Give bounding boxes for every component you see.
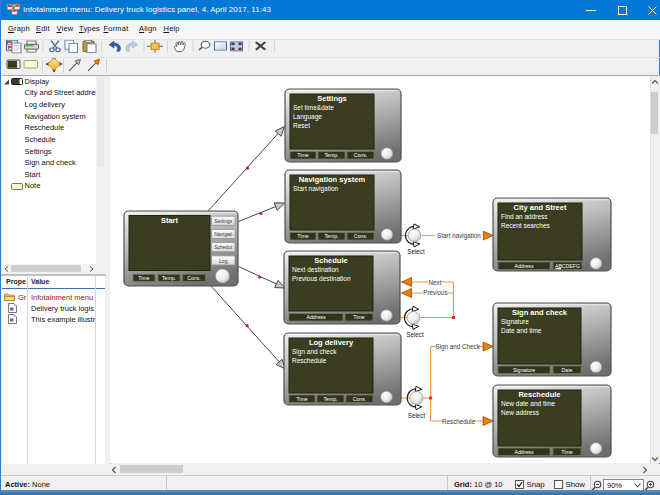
svg-text:Settings: Settings: [317, 94, 347, 103]
svg-text:Cons.: Cons.: [353, 396, 367, 402]
svg-text:Time: Time: [297, 233, 308, 239]
svg-text:Start navigation: Start navigation: [293, 185, 339, 193]
svg-text:Next destination: Next destination: [292, 266, 339, 273]
svg-text:Select: Select: [408, 412, 426, 419]
svg-text:Settings: Settings: [214, 218, 233, 224]
svg-text:Navigation system: Navigation system: [299, 175, 366, 184]
svg-text:Select: Select: [406, 331, 424, 338]
svg-text:Signature: Signature: [513, 367, 535, 373]
svg-text:Start navigation: Start navigation: [437, 232, 481, 240]
svg-text:Cons.: Cons.: [187, 275, 201, 281]
svg-text:Reschedule: Reschedule: [518, 390, 560, 399]
svg-text:Cons.: Cons.: [354, 233, 368, 239]
svg-text:Address: Address: [306, 314, 325, 320]
svg-text:Date: Date: [562, 367, 573, 373]
svg-text:Log delivery: Log delivery: [309, 338, 354, 347]
svg-text:ABCDEFG: ABCDEFG: [555, 263, 580, 269]
svg-text:Select: Select: [407, 248, 425, 255]
svg-text:New address: New address: [501, 409, 540, 416]
svg-text:Language: Language: [293, 113, 322, 121]
svg-text:Sign and Check: Sign and Check: [435, 343, 480, 351]
svg-text:Log: Log: [219, 258, 228, 264]
svg-text:Navigati: Navigati: [214, 231, 232, 237]
svg-text:Address: Address: [514, 263, 533, 269]
svg-text:Sign and check: Sign and check: [292, 348, 337, 356]
svg-text:Time: Time: [138, 275, 149, 281]
svg-text:Schedule: Schedule: [314, 256, 347, 265]
svg-text:Temp.: Temp.: [162, 275, 176, 281]
svg-text:Sign and check: Sign and check: [512, 308, 568, 317]
svg-text:Set time&date: Set time&date: [293, 104, 334, 111]
svg-text:Previous destination: Previous destination: [292, 275, 351, 282]
svg-text:Date and time: Date and time: [501, 327, 542, 334]
svg-text:Time: Time: [296, 396, 307, 402]
svg-text:Reschedule: Reschedule: [292, 357, 327, 364]
svg-text:Address: Address: [514, 449, 533, 455]
svg-text:Reset: Reset: [293, 122, 310, 129]
svg-text:Schedul: Schedul: [214, 244, 232, 250]
svg-text:Temp.: Temp.: [324, 152, 338, 158]
svg-text:Reschedule: Reschedule: [442, 418, 476, 425]
svg-text:Previous: Previous: [423, 289, 448, 296]
svg-text:Cons.: Cons.: [354, 152, 368, 158]
svg-text:Temp.: Temp.: [324, 233, 338, 239]
svg-text:Next: Next: [429, 279, 442, 286]
svg-text:New date and time: New date and time: [501, 400, 556, 407]
svg-text:Find an address: Find an address: [501, 213, 548, 220]
svg-text:Temp.: Temp.: [323, 396, 337, 402]
svg-text:Recent searches: Recent searches: [501, 222, 551, 229]
svg-text:Time: Time: [297, 152, 308, 158]
svg-text:City and Street: City and Street: [514, 203, 567, 212]
svg-text:Time: Time: [561, 449, 572, 455]
svg-text:Signature: Signature: [501, 318, 529, 326]
svg-text:Time: Time: [353, 314, 364, 320]
svg-text:Start: Start: [161, 216, 179, 225]
